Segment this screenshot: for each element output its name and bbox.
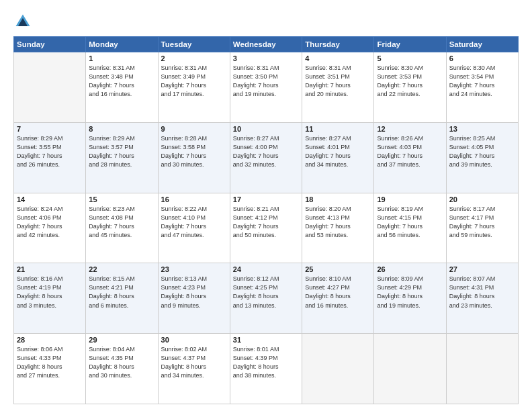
- day-info: Sunrise: 8:16 AM Sunset: 4:19 PM Dayligh…: [17, 275, 83, 310]
- day-cell: 8Sunrise: 8:29 AM Sunset: 3:57 PM Daylig…: [86, 122, 158, 193]
- day-number: 11: [305, 125, 371, 133]
- day-number: 3: [233, 54, 299, 62]
- day-cell: 27Sunrise: 8:07 AM Sunset: 4:31 PM Dayli…: [446, 263, 518, 334]
- day-cell: 10Sunrise: 8:27 AM Sunset: 4:00 PM Dayli…: [230, 122, 302, 193]
- day-info: Sunrise: 8:23 AM Sunset: 4:08 PM Dayligh…: [89, 205, 154, 240]
- day-cell: 22Sunrise: 8:15 AM Sunset: 4:21 PM Dayli…: [86, 263, 158, 334]
- day-number: 15: [89, 195, 154, 203]
- day-info: Sunrise: 8:12 AM Sunset: 4:25 PM Dayligh…: [233, 275, 299, 310]
- day-cell: 1Sunrise: 8:31 AM Sunset: 3:48 PM Daylig…: [86, 52, 158, 123]
- day-info: Sunrise: 8:21 AM Sunset: 4:12 PM Dayligh…: [233, 205, 299, 240]
- day-cell: 28Sunrise: 8:06 AM Sunset: 4:33 PM Dayli…: [14, 334, 86, 404]
- day-info: Sunrise: 8:22 AM Sunset: 4:10 PM Dayligh…: [161, 205, 227, 240]
- day-info: Sunrise: 8:10 AM Sunset: 4:27 PM Dayligh…: [305, 275, 371, 310]
- day-info: Sunrise: 8:29 AM Sunset: 3:57 PM Dayligh…: [89, 134, 154, 169]
- day-cell: 13Sunrise: 8:25 AM Sunset: 4:05 PM Dayli…: [446, 122, 518, 193]
- day-cell: [374, 334, 446, 404]
- day-cell: 18Sunrise: 8:20 AM Sunset: 4:13 PM Dayli…: [302, 193, 374, 263]
- day-cell: [14, 52, 86, 123]
- day-number: 16: [161, 195, 227, 203]
- day-cell: [446, 334, 518, 404]
- day-info: Sunrise: 8:26 AM Sunset: 4:03 PM Dayligh…: [377, 134, 443, 169]
- day-cell: 15Sunrise: 8:23 AM Sunset: 4:08 PM Dayli…: [86, 193, 158, 263]
- day-cell: 2Sunrise: 8:31 AM Sunset: 3:49 PM Daylig…: [158, 52, 230, 123]
- day-number: 9: [161, 125, 227, 133]
- day-number: 28: [17, 336, 83, 344]
- day-number: 23: [161, 265, 227, 273]
- day-number: 12: [377, 125, 443, 133]
- day-info: Sunrise: 8:27 AM Sunset: 4:01 PM Dayligh…: [305, 134, 371, 169]
- day-number: 8: [89, 125, 154, 133]
- day-number: 17: [233, 195, 299, 203]
- day-info: Sunrise: 8:30 AM Sunset: 3:54 PM Dayligh…: [449, 64, 515, 99]
- day-number: 24: [233, 265, 299, 273]
- day-cell: 19Sunrise: 8:19 AM Sunset: 4:15 PM Dayli…: [374, 193, 446, 263]
- col-header-tuesday: Tuesday: [158, 37, 230, 52]
- day-cell: 21Sunrise: 8:16 AM Sunset: 4:19 PM Dayli…: [14, 263, 86, 334]
- day-number: 14: [17, 195, 83, 203]
- day-cell: 16Sunrise: 8:22 AM Sunset: 4:10 PM Dayli…: [158, 193, 230, 263]
- day-number: 1: [89, 54, 154, 62]
- calendar-table: SundayMondayTuesdayWednesdayThursdayFrid…: [13, 36, 519, 404]
- day-cell: 3Sunrise: 8:31 AM Sunset: 3:50 PM Daylig…: [230, 52, 302, 123]
- day-info: Sunrise: 8:09 AM Sunset: 4:29 PM Dayligh…: [377, 275, 443, 310]
- day-number: 29: [89, 336, 154, 344]
- day-number: 25: [305, 265, 371, 273]
- day-number: 31: [233, 336, 299, 344]
- day-info: Sunrise: 8:20 AM Sunset: 4:13 PM Dayligh…: [305, 205, 371, 240]
- col-header-sunday: Sunday: [14, 37, 86, 52]
- col-header-saturday: Saturday: [446, 37, 518, 52]
- day-number: 27: [449, 265, 515, 273]
- day-cell: 26Sunrise: 8:09 AM Sunset: 4:29 PM Dayli…: [374, 263, 446, 334]
- logo: [13, 12, 35, 31]
- day-info: Sunrise: 8:13 AM Sunset: 4:23 PM Dayligh…: [161, 275, 227, 310]
- day-number: 19: [377, 195, 443, 203]
- day-info: Sunrise: 8:30 AM Sunset: 3:53 PM Dayligh…: [377, 64, 443, 99]
- day-info: Sunrise: 8:28 AM Sunset: 3:58 PM Dayligh…: [161, 134, 227, 169]
- day-cell: 24Sunrise: 8:12 AM Sunset: 4:25 PM Dayli…: [230, 263, 302, 334]
- day-info: Sunrise: 8:31 AM Sunset: 3:48 PM Dayligh…: [89, 64, 154, 99]
- day-number: 22: [89, 265, 154, 273]
- day-cell: 11Sunrise: 8:27 AM Sunset: 4:01 PM Dayli…: [302, 122, 374, 193]
- day-number: 26: [377, 265, 443, 273]
- day-cell: 5Sunrise: 8:30 AM Sunset: 3:53 PM Daylig…: [374, 52, 446, 123]
- day-cell: 23Sunrise: 8:13 AM Sunset: 4:23 PM Dayli…: [158, 263, 230, 334]
- day-info: Sunrise: 8:19 AM Sunset: 4:15 PM Dayligh…: [377, 205, 443, 240]
- day-number: 5: [377, 54, 443, 62]
- day-info: Sunrise: 8:24 AM Sunset: 4:06 PM Dayligh…: [17, 205, 83, 240]
- day-number: 10: [233, 125, 299, 133]
- day-cell: 25Sunrise: 8:10 AM Sunset: 4:27 PM Dayli…: [302, 263, 374, 334]
- day-cell: 12Sunrise: 8:26 AM Sunset: 4:03 PM Dayli…: [374, 122, 446, 193]
- day-info: Sunrise: 8:01 AM Sunset: 4:39 PM Dayligh…: [233, 345, 299, 380]
- day-info: Sunrise: 8:29 AM Sunset: 3:55 PM Dayligh…: [17, 134, 83, 169]
- day-cell: 29Sunrise: 8:04 AM Sunset: 4:35 PM Dayli…: [86, 334, 158, 404]
- day-info: Sunrise: 8:25 AM Sunset: 4:05 PM Dayligh…: [449, 134, 515, 169]
- day-info: Sunrise: 8:04 AM Sunset: 4:35 PM Dayligh…: [89, 345, 154, 380]
- week-row-1: 1Sunrise: 8:31 AM Sunset: 3:48 PM Daylig…: [14, 52, 519, 123]
- col-header-thursday: Thursday: [302, 37, 374, 52]
- day-info: Sunrise: 8:07 AM Sunset: 4:31 PM Dayligh…: [449, 275, 515, 310]
- logo-icon: [13, 12, 32, 31]
- day-info: Sunrise: 8:31 AM Sunset: 3:49 PM Dayligh…: [161, 64, 227, 99]
- day-info: Sunrise: 8:06 AM Sunset: 4:33 PM Dayligh…: [17, 345, 83, 380]
- day-cell: 14Sunrise: 8:24 AM Sunset: 4:06 PM Dayli…: [14, 193, 86, 263]
- day-info: Sunrise: 8:02 AM Sunset: 4:37 PM Dayligh…: [161, 345, 227, 380]
- day-cell: 4Sunrise: 8:31 AM Sunset: 3:51 PM Daylig…: [302, 52, 374, 123]
- col-header-wednesday: Wednesday: [230, 37, 302, 52]
- calendar-header-row: SundayMondayTuesdayWednesdayThursdayFrid…: [14, 37, 519, 52]
- day-number: 7: [17, 125, 83, 133]
- day-info: Sunrise: 8:27 AM Sunset: 4:00 PM Dayligh…: [233, 134, 299, 169]
- day-info: Sunrise: 8:31 AM Sunset: 3:50 PM Dayligh…: [233, 64, 299, 99]
- week-row-2: 7Sunrise: 8:29 AM Sunset: 3:55 PM Daylig…: [14, 122, 519, 193]
- day-cell: [302, 334, 374, 404]
- day-info: Sunrise: 8:31 AM Sunset: 3:51 PM Dayligh…: [305, 64, 371, 99]
- week-row-3: 14Sunrise: 8:24 AM Sunset: 4:06 PM Dayli…: [14, 193, 519, 263]
- day-info: Sunrise: 8:15 AM Sunset: 4:21 PM Dayligh…: [89, 275, 154, 310]
- page: SundayMondayTuesdayWednesdayThursdayFrid…: [0, 0, 532, 411]
- day-number: 21: [17, 265, 83, 273]
- day-number: 20: [449, 195, 515, 203]
- day-cell: 30Sunrise: 8:02 AM Sunset: 4:37 PM Dayli…: [158, 334, 230, 404]
- day-number: 30: [161, 336, 227, 344]
- week-row-5: 28Sunrise: 8:06 AM Sunset: 4:33 PM Dayli…: [14, 334, 519, 404]
- day-cell: 6Sunrise: 8:30 AM Sunset: 3:54 PM Daylig…: [446, 52, 518, 123]
